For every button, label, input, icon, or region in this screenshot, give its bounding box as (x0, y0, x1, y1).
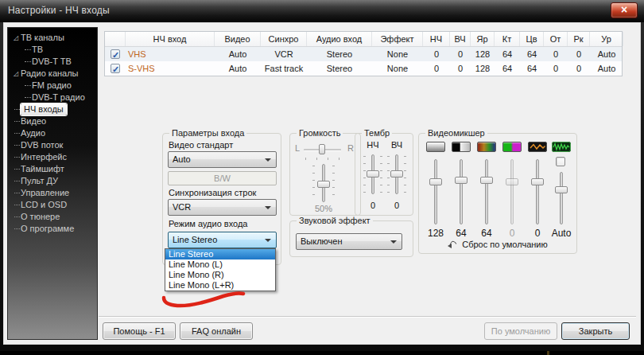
sidebar-item-control[interactable]: Управление (8, 187, 97, 199)
expand-icon[interactable]: ◿ (14, 32, 21, 44)
mixer-slider[interactable] (460, 159, 463, 224)
mixer-slider[interactable] (434, 159, 437, 224)
mixer-slider-thumb[interactable] (531, 178, 544, 185)
mixer-slider[interactable] (536, 159, 539, 224)
table-cell: 64 (520, 61, 544, 76)
sidebar-item-label: О тюнере (21, 211, 60, 223)
table-row[interactable]: VHSAutoVCRStereoNone00128646400Auto (105, 47, 622, 61)
saturation-icon[interactable] (477, 142, 496, 152)
close-button[interactable]: Закрыть (561, 322, 630, 340)
volume-slider-thumb[interactable] (317, 181, 330, 188)
sidebar-item-video[interactable]: Видео (8, 115, 97, 127)
input-name-cell: S-VHS (126, 61, 215, 76)
input-params-group: Параметры входа Видео стандарт Auto B/W … (162, 133, 281, 265)
sidebar-item-lcd-osd[interactable]: LCD и OSD (8, 199, 97, 211)
title-bar[interactable]: Настройки - НЧ входы × (0, 0, 644, 22)
dropdown-option[interactable]: Line Mono (L) (165, 259, 275, 270)
sidebar-item-about-program[interactable]: О программе (8, 223, 97, 235)
table-cell: Auto (215, 47, 261, 61)
inputs-table: НЧ входВидеоСинхроАудио входЭффектНЧВЧЯр… (104, 31, 623, 76)
row-enabled-checkbox[interactable] (105, 61, 126, 76)
tree-line (14, 145, 20, 146)
column-header[interactable]: НЧ вход (126, 32, 215, 46)
dropdown-option[interactable]: Line Stereo (165, 249, 275, 259)
tone-value: 0 (362, 201, 384, 210)
sidebar-item-remote-control[interactable]: Пульт ДУ (8, 175, 97, 187)
help-button[interactable]: Помощь - F1 (103, 322, 176, 340)
column-header[interactable]: Цв (520, 32, 544, 46)
column-header[interactable]: Кт (495, 32, 520, 46)
sync-select[interactable]: VCR (168, 199, 277, 216)
hue-icon[interactable] (502, 142, 522, 152)
column-header[interactable]: Видео (215, 32, 261, 46)
expand-icon[interactable]: ◿ (14, 68, 21, 80)
mixer-auto-checkbox[interactable] (556, 157, 565, 166)
sound-effect-select[interactable]: Выключен (296, 233, 402, 250)
table-cell: 0 (568, 47, 590, 61)
sharpness-icon[interactable] (528, 142, 547, 152)
sidebar-item-label: Видео (21, 115, 46, 127)
window-title: Настройки - НЧ входы (8, 5, 110, 16)
close-icon[interactable]: × (611, 2, 638, 18)
table-row[interactable]: S-VHSAutoFast trackStereoNone00128646400… (105, 61, 622, 76)
column-header[interactable]: От (544, 32, 568, 46)
column-header[interactable]: ВЧ (450, 32, 471, 46)
table-cell: 128 (471, 47, 495, 61)
column-header[interactable]: Ур (590, 32, 623, 46)
sidebar-item-fm-radio[interactable]: FM радио (8, 80, 97, 92)
dropdown-option[interactable]: Line Mono (R) (165, 270, 275, 280)
tick-marks (404, 156, 406, 193)
sidebar-item-tv[interactable]: ТВ (8, 44, 97, 56)
tone-slider-thumb[interactable] (390, 170, 403, 178)
mixer-slider-thumb[interactable] (555, 186, 568, 193)
mixer-channel: 64 (475, 142, 499, 253)
audio-mode-select[interactable]: Line Stereo (168, 232, 277, 248)
column-header[interactable]: Синхро (261, 32, 307, 46)
sidebar-item-dvbt-tv[interactable]: DVB-T ТВ (8, 56, 97, 68)
defaults-button[interactable]: По умолчанию (484, 322, 557, 340)
sidebar-item-label: DVB-T ТВ (32, 56, 72, 68)
mixer-slider[interactable] (560, 172, 563, 224)
sidebar-item-interface[interactable]: Интерфейс (8, 151, 97, 163)
column-header[interactable]: Рк (568, 32, 590, 46)
tick-marks (387, 156, 390, 193)
tree-line (14, 133, 20, 134)
mixer-slider-thumb[interactable] (455, 177, 467, 184)
column-header[interactable]: Яр (471, 32, 495, 46)
reset-defaults-link[interactable]: Сброс по умолчанию (419, 240, 576, 249)
sidebar-item-about-tuner[interactable]: О тюнере (8, 211, 97, 223)
tone-channel-label: ВЧ (386, 140, 408, 150)
row-enabled-checkbox[interactable] (105, 47, 126, 61)
column-header[interactable]: НЧ (423, 32, 450, 46)
mixer-slider-thumb[interactable] (480, 177, 493, 184)
tone-slider-thumb[interactable] (367, 170, 379, 178)
sidebar-item-dvb-stream[interactable]: DVB поток (8, 139, 97, 151)
bw-button[interactable]: B/W (168, 171, 277, 185)
tree-line (25, 85, 31, 86)
contrast-icon[interactable] (452, 142, 471, 152)
video-standard-select[interactable]: Auto (168, 151, 277, 168)
mixer-slider[interactable] (485, 159, 488, 224)
audio-mode-dropdown-list: Line StereoLine Mono (L)Line Mono (R)Lin… (165, 248, 276, 291)
noise-icon[interactable] (552, 142, 571, 152)
sidebar-item-radio-channels[interactable]: ◿Радио каналы (8, 68, 97, 80)
sidebar-item-tv-channels[interactable]: ◿ТВ каналы (8, 32, 97, 44)
sidebar-item-lf-inputs[interactable]: НЧ входы (8, 103, 97, 115)
balance-slider-thumb[interactable] (319, 144, 325, 154)
mixer-slider-thumb[interactable] (429, 178, 442, 185)
sidebar-item-dvbt-radio[interactable]: DVB-T радио (8, 92, 97, 103)
mixer-slider[interactable] (510, 159, 514, 224)
sidebar-item-timeshift[interactable]: Таймшифт (8, 163, 97, 175)
column-header[interactable]: Эффект (372, 32, 423, 46)
sidebar-item-label: О программе (21, 223, 74, 235)
dropdown-option[interactable]: Line Mono (L+R) (165, 280, 275, 291)
table-cell: None (372, 47, 423, 61)
column-header[interactable]: Аудио вход (307, 32, 372, 46)
column-header[interactable] (105, 32, 126, 46)
table-cell: 0 (568, 61, 590, 76)
mixer-slider-thumb[interactable] (506, 178, 518, 185)
brightness-icon[interactable] (426, 142, 445, 152)
tree-line (14, 228, 20, 229)
faq-online-button[interactable]: FAQ онлайн (180, 322, 253, 340)
sidebar-item-audio[interactable]: Аудио (8, 127, 97, 139)
